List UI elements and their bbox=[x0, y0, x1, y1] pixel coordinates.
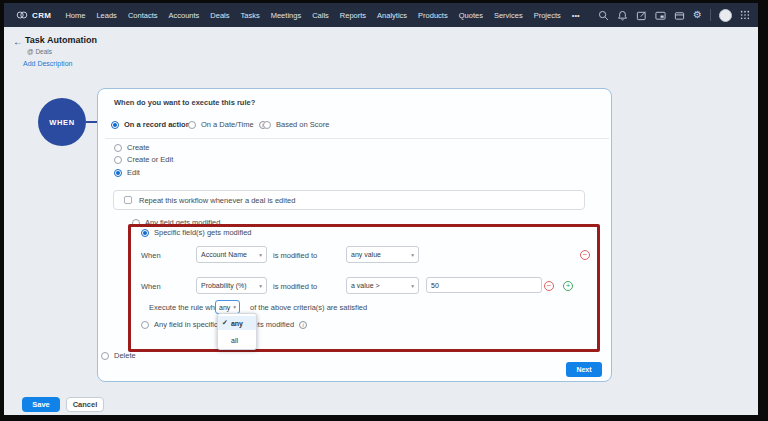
repeat-workflow-box: Repeat this workflow whenever a deal is … bbox=[113, 190, 585, 210]
page-module-label: @ Deals bbox=[27, 48, 52, 55]
main-nav: Home Leads Contacts Accounts Deals Tasks… bbox=[65, 11, 579, 20]
chevron-down-icon: ▾ bbox=[233, 304, 236, 310]
action-option-edit[interactable]: Edit bbox=[114, 168, 140, 177]
radio-icon[interactable] bbox=[101, 352, 109, 360]
field-select[interactable]: Account Name ▾ bbox=[196, 246, 267, 263]
topbar-divider bbox=[710, 9, 711, 21]
notifications-bell-icon[interactable] bbox=[617, 10, 628, 21]
criteria-match-dropdown: ✓ any all bbox=[217, 313, 257, 350]
nav-more-menu[interactable]: ••• bbox=[572, 11, 580, 20]
radio-icon[interactable] bbox=[188, 121, 196, 129]
execute-rule-prefix: Execute the rule when bbox=[149, 303, 223, 312]
chevron-down-icon: ▾ bbox=[259, 283, 262, 289]
nav-item-accounts[interactable]: Accounts bbox=[168, 11, 199, 20]
when-label: When bbox=[141, 282, 161, 291]
dropdown-option-any[interactable]: ✓ any bbox=[218, 316, 256, 330]
option-specific-fields-modified[interactable]: Specific field(s) gets modified bbox=[141, 228, 252, 237]
apps-grid-icon[interactable] bbox=[740, 10, 750, 20]
radio-selected-icon[interactable] bbox=[141, 229, 149, 237]
trigger-option-record-action[interactable]: On a record action bbox=[111, 120, 190, 129]
when-label: When bbox=[141, 251, 161, 260]
nav-item-products[interactable]: Products bbox=[418, 11, 448, 20]
crm-logo-text: CRM bbox=[32, 11, 51, 20]
nav-item-services[interactable]: Services bbox=[494, 11, 523, 20]
cancel-button[interactable]: Cancel bbox=[66, 397, 104, 412]
back-arrow-icon[interactable]: ← bbox=[13, 36, 23, 47]
action-option-create[interactable]: Create bbox=[114, 143, 150, 152]
chevron-down-icon: ▾ bbox=[411, 283, 414, 289]
nav-item-leads[interactable]: Leads bbox=[96, 11, 116, 20]
add-criteria-icon[interactable]: + bbox=[563, 281, 573, 291]
execute-rule-suffix: of the above criteria(s) are satisfied bbox=[250, 303, 367, 312]
settings-gear-icon[interactable]: ⚙ bbox=[693, 10, 702, 20]
radio-icon[interactable] bbox=[114, 144, 122, 152]
when-rule-panel: When do you want to execute this rule? O… bbox=[97, 88, 612, 382]
criteria-match-select[interactable]: any ▾ bbox=[215, 300, 240, 314]
nav-item-home[interactable]: Home bbox=[65, 11, 85, 20]
when-node: WHEN bbox=[38, 98, 86, 146]
nav-item-contacts[interactable]: Contacts bbox=[128, 11, 158, 20]
marketplace-icon[interactable] bbox=[674, 10, 685, 21]
radio-icon[interactable] bbox=[141, 321, 149, 329]
app-window: CRM Home Leads Contacts Accounts Deals T… bbox=[4, 3, 758, 415]
repeat-workflow-label: Repeat this workflow whenever a deal is … bbox=[139, 196, 295, 205]
criteria-value-input[interactable] bbox=[426, 277, 542, 293]
dropdown-option-all[interactable]: all bbox=[218, 333, 256, 347]
radio-icon[interactable] bbox=[263, 121, 271, 129]
search-icon[interactable] bbox=[598, 10, 609, 21]
radio-selected-icon[interactable] bbox=[114, 169, 122, 177]
page-title: Task Automation bbox=[25, 35, 97, 45]
nav-item-quotes[interactable]: Quotes bbox=[459, 11, 483, 20]
nav-item-deals[interactable]: Deals bbox=[210, 11, 229, 20]
compose-icon[interactable] bbox=[636, 10, 647, 21]
option-any-field-modified[interactable]: Any field gets modified bbox=[132, 218, 220, 227]
action-option-create-or-edit[interactable]: Create or Edit bbox=[114, 155, 173, 164]
trigger-option-date-time[interactable]: On a Date/Time i bbox=[188, 120, 267, 129]
is-modified-to-label: is modified to bbox=[273, 251, 317, 260]
radio-icon[interactable] bbox=[114, 156, 122, 164]
info-icon[interactable]: i bbox=[299, 321, 307, 329]
section-divider bbox=[105, 138, 609, 139]
save-button[interactable]: Save bbox=[22, 397, 60, 412]
topbar-actions: ⚙ bbox=[598, 3, 750, 27]
add-description-link[interactable]: Add Description bbox=[23, 60, 72, 67]
crm-logo-icon bbox=[16, 9, 28, 21]
radio-selected-icon[interactable] bbox=[111, 121, 119, 129]
repeat-workflow-checkbox[interactable] bbox=[124, 196, 132, 204]
condition-select[interactable]: any value ▾ bbox=[346, 246, 419, 263]
nav-item-tasks[interactable]: Tasks bbox=[241, 11, 260, 20]
nav-item-analytics[interactable]: Analytics bbox=[377, 11, 407, 20]
action-option-delete[interactable]: Delete bbox=[101, 351, 136, 360]
condition-select[interactable]: a value > ▾ bbox=[346, 277, 419, 294]
trigger-option-based-on-score[interactable]: Based on Score bbox=[263, 120, 329, 129]
remove-criteria-icon[interactable]: − bbox=[544, 281, 554, 291]
is-modified-to-label: is modified to bbox=[273, 282, 317, 291]
radio-icon[interactable] bbox=[132, 219, 140, 227]
rule-question: When do you want to execute this rule? bbox=[114, 98, 255, 107]
nav-item-calls[interactable]: Calls bbox=[312, 11, 329, 20]
user-avatar[interactable] bbox=[719, 9, 732, 22]
crm-logo[interactable]: CRM bbox=[16, 9, 51, 21]
checkmark-icon: ✓ bbox=[222, 319, 228, 327]
remove-criteria-icon[interactable]: − bbox=[580, 250, 590, 260]
next-button[interactable]: Next bbox=[566, 362, 602, 377]
nav-item-meetings[interactable]: Meetings bbox=[271, 11, 301, 20]
nav-item-projects[interactable]: Projects bbox=[534, 11, 561, 20]
nav-item-reports[interactable]: Reports bbox=[340, 11, 366, 20]
screenshot-frame: CRM Home Leads Contacts Accounts Deals T… bbox=[0, 0, 768, 421]
chevron-down-icon: ▾ bbox=[259, 252, 262, 258]
chevron-down-icon: ▾ bbox=[411, 252, 414, 258]
picture-in-picture-icon[interactable] bbox=[655, 10, 666, 21]
top-navigation-bar: CRM Home Leads Contacts Accounts Deals T… bbox=[4, 3, 758, 27]
field-select[interactable]: Probability (%) ▾ bbox=[196, 277, 267, 294]
